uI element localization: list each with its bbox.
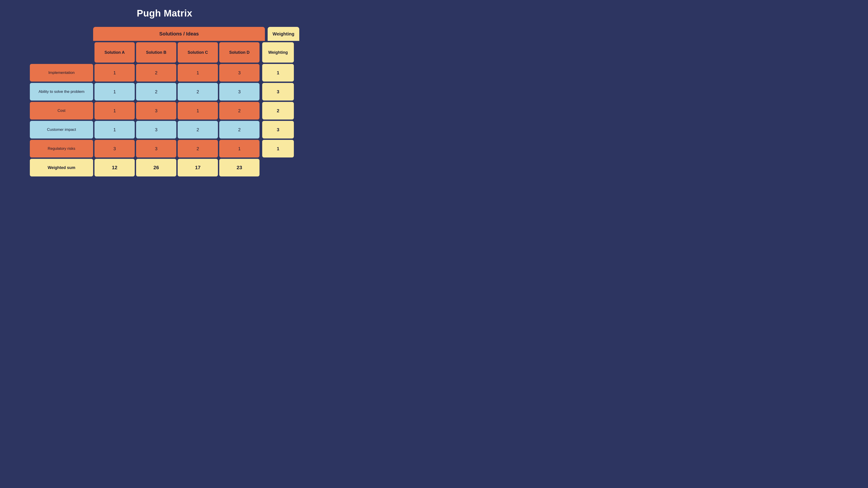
solution-c-label: Solution C xyxy=(188,50,208,55)
weighted-sum-sol-d: 23 xyxy=(219,159,259,176)
weighting-header-text: Weighting xyxy=(273,31,294,37)
customer-sol-a: 1 xyxy=(94,121,135,138)
impl-sol-b-val: 2 xyxy=(155,70,157,75)
customer-sol-b-val: 3 xyxy=(155,127,157,132)
cost-sol-b-val: 3 xyxy=(155,108,157,113)
solutions-header-text: Solutions / Ideas xyxy=(159,31,199,37)
criteria-implementation-text: Implementation xyxy=(46,70,77,75)
weighting-label-cell: Weighting xyxy=(262,42,294,63)
header-row: Solutions / Ideas Weighting xyxy=(30,27,299,41)
weighting-label: Weighting xyxy=(268,50,288,55)
criteria-ability: Ability to solve the problem xyxy=(30,83,93,101)
regulatory-weighting: 1 xyxy=(262,140,294,158)
cost-sol-d: 2 xyxy=(219,102,259,120)
weighted-sum-sol-b-val: 26 xyxy=(153,165,159,170)
cost-sol-a-val: 1 xyxy=(113,108,116,113)
impl-weighting-val: 1 xyxy=(277,70,279,75)
criteria-regulatory-text: Regulatory risks xyxy=(45,147,78,151)
cost-weighting: 2 xyxy=(262,102,294,120)
solution-b-header: Solution B xyxy=(136,42,176,63)
solution-b-label: Solution B xyxy=(146,50,166,55)
impl-sol-d: 3 xyxy=(219,64,259,82)
ability-sol-c-val: 2 xyxy=(196,89,199,94)
regulatory-sol-a: 3 xyxy=(94,140,135,158)
solution-a-header: Solution A xyxy=(94,42,135,63)
regulatory-weighting-val: 1 xyxy=(277,146,279,151)
regulatory-sol-c: 2 xyxy=(178,140,218,158)
weighted-sum-label-cell: Weighted sum xyxy=(30,159,93,176)
pugh-matrix: Solutions / Ideas Weighting Solution A S… xyxy=(30,27,299,176)
criteria-customer: Customer impact xyxy=(30,121,93,138)
row-cost: Cost 1 3 1 2 2 xyxy=(30,102,299,120)
criteria-regulatory: Regulatory risks xyxy=(30,140,93,158)
row-weighted-sum: Weighted sum 12 26 17 23 xyxy=(30,159,299,176)
customer-sol-d: 2 xyxy=(219,121,259,138)
ability-sol-c: 2 xyxy=(178,83,218,101)
impl-sol-a-val: 1 xyxy=(113,70,116,75)
weighted-sum-sol-d-val: 23 xyxy=(237,165,242,170)
customer-sol-d-val: 2 xyxy=(238,127,241,132)
regulatory-sol-d: 1 xyxy=(219,140,259,158)
weighted-sum-label: Weighted sum xyxy=(45,165,78,170)
solution-d-header: Solution D xyxy=(219,42,259,63)
weighted-sum-sol-a-val: 12 xyxy=(112,165,117,170)
customer-sol-a-val: 1 xyxy=(113,127,116,132)
criteria-implementation: Implementation xyxy=(30,64,93,82)
spacer xyxy=(30,27,93,41)
regulatory-sol-d-val: 1 xyxy=(238,146,241,151)
weighting-header: Weighting xyxy=(268,27,299,41)
cost-sol-c: 1 xyxy=(178,102,218,120)
regulatory-sol-c-val: 2 xyxy=(196,146,199,151)
ability-sol-b: 2 xyxy=(136,83,176,101)
regulatory-sol-a-val: 3 xyxy=(113,146,116,151)
cost-sol-d-val: 2 xyxy=(238,108,241,113)
ability-sol-a-val: 1 xyxy=(113,89,116,94)
solution-a-label: Solution A xyxy=(104,50,125,55)
criteria-customer-text: Customer impact xyxy=(44,127,79,132)
criteria-cost: Cost xyxy=(30,102,93,120)
regulatory-sol-b: 3 xyxy=(136,140,176,158)
customer-sol-b: 3 xyxy=(136,121,176,138)
impl-weighting: 1 xyxy=(262,64,294,82)
customer-weighting-val: 3 xyxy=(277,127,279,132)
row-customer-impact: Customer impact 1 3 2 2 3 xyxy=(30,121,299,138)
ability-weighting: 3 xyxy=(262,83,294,101)
weighted-sum-sol-a: 12 xyxy=(94,159,135,176)
impl-sol-c: 1 xyxy=(178,64,218,82)
impl-sol-a: 1 xyxy=(94,64,135,82)
cost-sol-b: 3 xyxy=(136,102,176,120)
page-title: Pugh Matrix xyxy=(137,8,192,19)
spacer xyxy=(30,42,93,63)
solution-labels-row: Solution A Solution B Solution C Solutio… xyxy=(30,42,299,63)
ability-sol-a: 1 xyxy=(94,83,135,101)
cost-sol-a: 1 xyxy=(94,102,135,120)
ability-sol-d-val: 3 xyxy=(238,89,241,94)
row-ability: Ability to solve the problem 1 2 2 3 3 xyxy=(30,83,299,101)
weighted-sum-sol-c: 17 xyxy=(178,159,218,176)
ability-sol-b-val: 2 xyxy=(155,89,157,94)
impl-sol-d-val: 3 xyxy=(238,70,241,75)
impl-sol-b: 2 xyxy=(136,64,176,82)
ability-weighting-val: 3 xyxy=(277,89,279,94)
customer-weighting: 3 xyxy=(262,121,294,138)
impl-sol-c-val: 1 xyxy=(196,70,199,75)
row-regulatory: Regulatory risks 3 3 2 1 1 xyxy=(30,140,299,158)
solution-d-label: Solution D xyxy=(229,50,250,55)
criteria-cost-text: Cost xyxy=(55,108,68,113)
cost-sol-c-val: 1 xyxy=(196,108,199,113)
row-implementation: Implementation 1 2 1 3 1 xyxy=(30,64,299,82)
criteria-ability-text: Ability to solve the problem xyxy=(36,90,87,94)
ability-sol-d: 3 xyxy=(219,83,259,101)
regulatory-sol-b-val: 3 xyxy=(155,146,157,151)
weighted-sum-sol-c-val: 17 xyxy=(195,165,200,170)
customer-sol-c-val: 2 xyxy=(196,127,199,132)
weighted-sum-sol-b: 26 xyxy=(136,159,176,176)
solutions-header: Solutions / Ideas xyxy=(93,27,265,41)
cost-weighting-val: 2 xyxy=(277,108,279,113)
customer-sol-c: 2 xyxy=(178,121,218,138)
solution-c-header: Solution C xyxy=(178,42,218,63)
